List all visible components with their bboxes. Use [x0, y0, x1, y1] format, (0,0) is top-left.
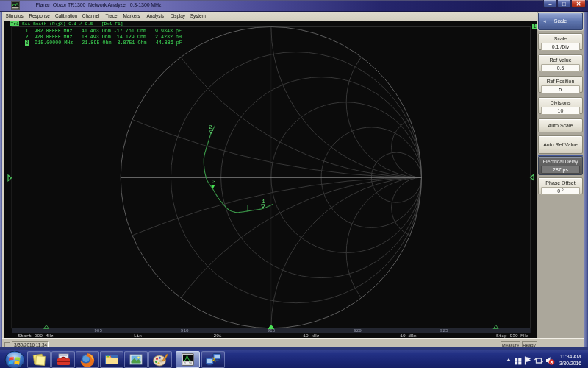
- svg-text:3: 3: [212, 179, 216, 185]
- svg-text:10: 10: [189, 362, 192, 365]
- svg-text:1: 1: [262, 199, 265, 205]
- svg-text:2: 2: [209, 124, 212, 130]
- svg-text:1: 1: [184, 362, 186, 365]
